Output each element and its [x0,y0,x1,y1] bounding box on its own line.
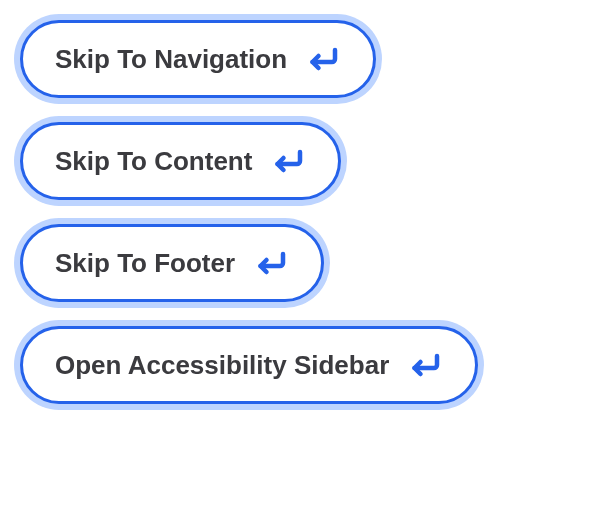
skip-to-navigation-link[interactable]: Skip To Navigation [20,20,376,98]
open-accessibility-sidebar-link[interactable]: Open Accessibility Sidebar [20,326,478,404]
skip-to-content-link[interactable]: Skip To Content [20,122,341,200]
enter-key-icon [253,245,289,281]
enter-key-icon [305,41,341,77]
skip-link-label: Open Accessibility Sidebar [55,350,389,381]
skip-to-footer-link[interactable]: Skip To Footer [20,224,324,302]
skip-link-label: Skip To Navigation [55,44,287,75]
skip-links-nav: Skip To Navigation Skip To Content Skip … [20,20,576,404]
skip-link-label: Skip To Footer [55,248,235,279]
enter-key-icon [270,143,306,179]
enter-key-icon [407,347,443,383]
skip-link-label: Skip To Content [55,146,252,177]
